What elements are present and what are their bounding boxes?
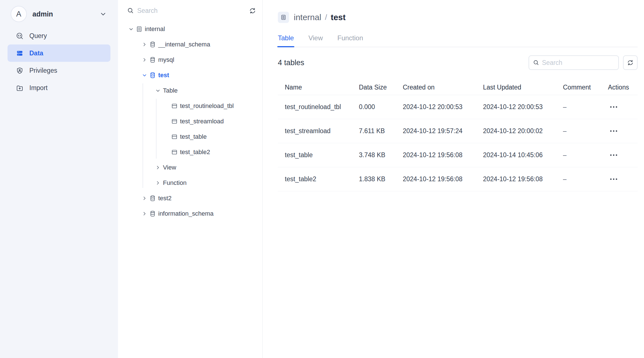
chevron-down-icon[interactable] xyxy=(100,10,107,18)
tree-node-test-routineload-tbl[interactable]: test_routineload_tbl xyxy=(118,98,262,114)
database-icon xyxy=(149,72,156,79)
tree-node-test-streamload[interactable]: test_streamload xyxy=(118,114,262,129)
cell-created-on: 2024-10-12 19:56:08 xyxy=(403,175,483,183)
database-icon xyxy=(149,210,156,217)
table-icon xyxy=(171,118,178,125)
breadcrumb-parent[interactable]: internal xyxy=(294,13,321,22)
database-icon xyxy=(149,56,156,63)
search-icon xyxy=(533,60,539,66)
column-header-created-on: Created on xyxy=(403,84,483,91)
table-toolbar: 4 tables xyxy=(278,55,638,70)
cell-name: test_streamload xyxy=(285,127,359,135)
chevron-down-icon[interactable] xyxy=(155,88,161,93)
table-count: 4 tables xyxy=(278,58,304,67)
avatar-initial: A xyxy=(16,10,21,18)
tree-node-internal-schema[interactable]: __internal_schema xyxy=(118,37,262,52)
avatar: A xyxy=(11,6,27,22)
more-actions-icon[interactable] xyxy=(608,103,619,110)
table-icon xyxy=(171,133,178,140)
refresh-icon[interactable] xyxy=(249,7,256,14)
cell-comment: – xyxy=(563,127,608,135)
cell-comment: – xyxy=(563,175,608,183)
table-row: test_table 3.748 KB 2024-10-12 19:56:08 … xyxy=(278,143,638,167)
column-header-name: Name xyxy=(285,84,359,91)
tree-node-mysql[interactable]: mysql xyxy=(118,52,262,67)
tree-node-label: test_table xyxy=(180,133,207,140)
chevron-right-icon[interactable] xyxy=(141,211,148,216)
page-title: test xyxy=(331,13,345,22)
sidebar-item-label: Query xyxy=(29,32,47,40)
cell-last-updated: 2024-10-12 20:00:02 xyxy=(483,127,563,135)
table-row: test_streamload 7.611 KB 2024-10-12 19:5… xyxy=(278,119,638,143)
chevron-right-icon[interactable] xyxy=(141,57,148,63)
more-actions-icon[interactable] xyxy=(608,128,619,135)
import-folder-download-icon xyxy=(16,84,23,92)
cell-data-size: 1.838 KB xyxy=(359,175,403,183)
tree-node-test[interactable]: test xyxy=(118,67,262,83)
chevron-right-icon[interactable] xyxy=(155,165,161,170)
cell-name: test_table xyxy=(285,151,359,159)
schema-tree: internal __internal_schema mysql test Ta… xyxy=(118,21,262,358)
tree-node-label: test_routineload_tbl xyxy=(180,102,234,110)
refresh-icon[interactable] xyxy=(623,55,638,70)
tables-list: Name Data Size Created on Last Updated C… xyxy=(278,80,638,191)
cell-created-on: 2024-10-12 20:00:53 xyxy=(403,103,483,111)
cell-data-size: 0.000 xyxy=(359,103,403,111)
column-header-last-updated: Last Updated xyxy=(483,84,563,91)
tab-table[interactable]: Table xyxy=(278,34,294,47)
tree-node-test2[interactable]: test2 xyxy=(118,190,262,206)
table-search-input[interactable] xyxy=(542,59,615,67)
tree-node-test-table2[interactable]: test_table2 xyxy=(118,144,262,160)
tree-node-test-table[interactable]: test_table xyxy=(118,129,262,144)
sidebar-nav: Query Data Privileges Import xyxy=(0,27,118,96)
chevron-down-icon[interactable] xyxy=(128,26,134,32)
chevron-right-icon[interactable] xyxy=(141,196,148,201)
schema-tree-panel: internal __internal_schema mysql test Ta… xyxy=(118,0,263,358)
tree-node-function-group[interactable]: Function xyxy=(118,175,262,190)
chevron-down-icon[interactable] xyxy=(141,72,148,78)
sidebar-item-label: Privileges xyxy=(29,67,57,74)
tab-function[interactable]: Function xyxy=(337,34,363,47)
tree-node-label: Table xyxy=(163,87,178,94)
tree-search-bar xyxy=(118,0,262,21)
tree-node-internal[interactable]: internal xyxy=(118,21,262,37)
table-header: Name Data Size Created on Last Updated C… xyxy=(278,80,638,95)
tab-bar: Table View Function xyxy=(278,34,638,47)
more-actions-icon[interactable] xyxy=(608,176,619,183)
chevron-right-icon[interactable] xyxy=(141,42,148,47)
sidebar-item-data[interactable]: Data xyxy=(8,44,110,62)
tree-search-input[interactable] xyxy=(137,7,246,15)
more-actions-icon[interactable] xyxy=(608,152,619,159)
catalog-icon xyxy=(136,26,143,32)
privileges-shield-user-icon xyxy=(16,67,23,74)
sidebar-item-label: Import xyxy=(29,84,48,92)
user-menu[interactable]: A admin xyxy=(0,6,118,22)
table-icon xyxy=(171,149,178,156)
tab-view[interactable]: View xyxy=(308,34,323,47)
sidebar-item-privileges[interactable]: Privileges xyxy=(8,62,110,79)
search-icon xyxy=(127,7,134,14)
tree-node-label: information_schema xyxy=(158,210,214,217)
cell-last-updated: 2024-10-12 19:56:08 xyxy=(483,175,563,183)
query-code-search-icon xyxy=(16,32,23,40)
cell-last-updated: 2024-10-12 20:00:53 xyxy=(483,103,563,111)
cell-comment: – xyxy=(563,103,608,111)
tree-node-label: Function xyxy=(163,179,186,187)
cell-data-size: 3.748 KB xyxy=(359,151,403,159)
cell-comment: – xyxy=(563,151,608,159)
data-server-icon xyxy=(16,50,23,57)
tree-node-information-schema[interactable]: information_schema xyxy=(118,206,262,221)
column-header-data-size: Data Size xyxy=(359,84,403,91)
cell-name: test_routineload_tbl xyxy=(285,103,359,111)
sidebar-item-import[interactable]: Import xyxy=(8,79,110,96)
tree-node-table-group[interactable]: Table xyxy=(118,83,262,98)
tree-node-label: test2 xyxy=(158,195,172,202)
table-row: test_routineload_tbl 0.000 2024-10-12 20… xyxy=(278,95,638,119)
chevron-right-icon[interactable] xyxy=(155,180,161,186)
tree-node-view-group[interactable]: View xyxy=(118,160,262,175)
cell-created-on: 2024-10-12 19:57:24 xyxy=(403,127,483,135)
user-name: admin xyxy=(32,10,53,18)
tree-node-label: View xyxy=(163,164,176,171)
table-search-box xyxy=(529,55,619,70)
sidebar-item-query[interactable]: Query xyxy=(8,27,110,44)
